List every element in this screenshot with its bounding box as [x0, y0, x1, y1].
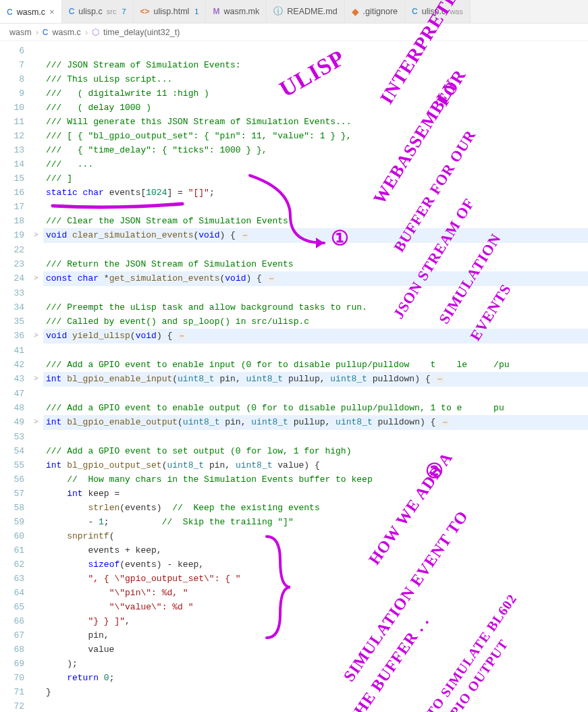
- code-line[interactable]: /// Called by event() and sp_loop() in s…: [43, 314, 588, 329]
- code-line[interactable]: snprintf(: [43, 529, 588, 543]
- code-line[interactable]: "} } ]",: [43, 614, 588, 628]
- code-line[interactable]: pin,: [43, 628, 588, 642]
- code-line[interactable]: [43, 286, 588, 300]
- fold-toggle: [34, 685, 43, 699]
- code-line[interactable]: [43, 387, 588, 401]
- breadcrumb-folder[interactable]: wasm: [9, 28, 32, 37]
- fold-toggle: [34, 86, 43, 101]
- line-number: 10: [0, 101, 34, 115]
- line-number: 18: [0, 214, 34, 228]
- fold-toggle: [34, 543, 43, 557]
- tab-badge: 7: [122, 7, 126, 16]
- fold-toggle: [34, 358, 43, 372]
- fold-toggle[interactable]: >: [34, 228, 43, 243]
- code-line[interactable]: void yield_ulisp(void) { ⋯: [43, 329, 588, 344]
- chevron-right-icon: ›: [85, 28, 88, 37]
- code-line[interactable]: /// Will generate this JSON Stream of Si…: [43, 115, 588, 129]
- code-line[interactable]: /// { "time_delay": { "ticks": 1000 } },: [43, 143, 588, 157]
- code-line[interactable]: /// This uLisp script...: [43, 72, 588, 86]
- fold-toggle[interactable]: >: [34, 271, 43, 286]
- fold-toggle[interactable]: >: [34, 372, 43, 387]
- fold-toggle: [34, 444, 43, 458]
- line-number: 66: [0, 614, 34, 628]
- breadcrumb-file[interactable]: wasm.c: [53, 28, 81, 37]
- tab-badge: 1: [194, 7, 198, 16]
- code-line[interactable]: /// ( delay 1000 ): [43, 101, 588, 115]
- code-line[interactable]: [43, 200, 588, 214]
- code-line[interactable]: /// Clear the JSON Stream of Simulation …: [43, 214, 588, 228]
- code-line[interactable]: [43, 344, 588, 358]
- tab-label: wasm.c: [17, 7, 45, 17]
- code-editor[interactable]: 67/// JSON Stream of Simulation Events:8…: [0, 41, 588, 712]
- code-line[interactable]: return 0;: [43, 671, 588, 685]
- fold-toggle: [34, 129, 43, 143]
- code-line[interactable]: [43, 699, 588, 712]
- fold-toggle: [34, 472, 43, 487]
- fold-toggle: [34, 487, 43, 501]
- tab-ulisp-html[interactable]: <> ulisp.html 1: [134, 0, 207, 23]
- c-file-icon: C: [412, 7, 418, 16]
- code-line[interactable]: );: [43, 657, 588, 671]
- code-line[interactable]: sizeof(events) - keep,: [43, 557, 588, 572]
- code-line[interactable]: /// Add a GPIO event to set output (0 fo…: [43, 444, 588, 458]
- code-line[interactable]: - 1; // Skip the trailing "]": [43, 515, 588, 529]
- code-line[interactable]: /// ]: [43, 171, 588, 186]
- code-line[interactable]: /// Preempt the uLisp task and allow bac…: [43, 300, 588, 314]
- breadcrumb: wasm › C wasm.c › ⬡ time_delay(uint32_t): [0, 24, 588, 41]
- fold-toggle[interactable]: >: [34, 415, 43, 430]
- breadcrumb-symbol[interactable]: time_delay(uint32_t): [103, 28, 180, 37]
- code-line[interactable]: [43, 44, 588, 58]
- code-line[interactable]: "\"value\": %d ": [43, 600, 588, 614]
- code-line[interactable]: // How many chars in the Simulation Even…: [43, 472, 588, 487]
- code-line[interactable]: [43, 430, 588, 444]
- tab-readme-md[interactable]: ⓘ README.md: [267, 0, 344, 23]
- code-line[interactable]: int bl_gpio_enable_output(uint8_t pin, u…: [43, 415, 588, 430]
- line-number: 22: [0, 243, 34, 257]
- code-line[interactable]: static char events[1024] = "[]";: [43, 186, 588, 200]
- code-line[interactable]: int bl_gpio_output_set(uint8_t pin, uint…: [43, 458, 588, 472]
- fold-toggle: [34, 387, 43, 401]
- line-number: 36: [0, 329, 34, 344]
- line-number: 49: [0, 415, 34, 430]
- fold-toggle: [34, 529, 43, 543]
- code-line[interactable]: ", { \"gpio_output_set\": { ": [43, 572, 588, 586]
- tab-sublabel: was: [450, 7, 463, 16]
- fold-toggle: [34, 101, 43, 115]
- code-line[interactable]: /// ...: [43, 157, 588, 171]
- fold-toggle: [34, 572, 43, 586]
- line-number: 43: [0, 372, 34, 387]
- line-number: 23: [0, 257, 34, 271]
- fold-toggle: [34, 642, 43, 657]
- code-line[interactable]: /// Add a GPIO event to enable output (0…: [43, 401, 588, 415]
- code-line[interactable]: }: [43, 685, 588, 699]
- tab-ulisp-c-src[interactable]: C ulisp.c src 7: [62, 0, 134, 23]
- fold-toggle[interactable]: >: [34, 329, 43, 344]
- code-line[interactable]: [43, 243, 588, 257]
- code-line[interactable]: "\"pin\": %d, ": [43, 586, 588, 600]
- code-line[interactable]: strlen(events) // Keep the existing even…: [43, 501, 588, 515]
- code-line[interactable]: int bl_gpio_enable_input(uint8_t pin, ui…: [43, 372, 588, 387]
- tab-wasm-mk[interactable]: M wasm.mk: [206, 0, 267, 23]
- fold-toggle: [34, 515, 43, 529]
- line-number: 62: [0, 557, 34, 572]
- code-line[interactable]: /// JSON Stream of Simulation Events:: [43, 58, 588, 72]
- code-line[interactable]: /// [ { "bl_gpio_output_set": { "pin": 1…: [43, 129, 588, 143]
- line-number: 6: [0, 44, 34, 58]
- code-line[interactable]: int keep =: [43, 487, 588, 501]
- code-line[interactable]: /// Return the JSON Stream of Simulation…: [43, 257, 588, 271]
- tab-gitignore[interactable]: ◆ .gitignore: [345, 0, 405, 23]
- line-number: 8: [0, 72, 34, 86]
- line-number: 54: [0, 444, 34, 458]
- fold-toggle: [34, 171, 43, 186]
- line-number: 69: [0, 657, 34, 671]
- code-line[interactable]: value: [43, 642, 588, 657]
- close-icon[interactable]: ×: [49, 7, 55, 17]
- tab-wasm-c[interactable]: C wasm.c ×: [0, 0, 62, 23]
- line-number: 33: [0, 286, 34, 300]
- code-line[interactable]: events + keep,: [43, 543, 588, 557]
- code-line[interactable]: /// Add a GPIO event to enable input (0 …: [43, 358, 588, 372]
- code-line[interactable]: const char *get_simulation_events(void) …: [43, 271, 588, 286]
- code-line[interactable]: void clear_simulation_events(void) { ⋯: [43, 228, 588, 243]
- tab-ulisp-c-was[interactable]: C ulisp.c was: [405, 0, 471, 23]
- code-line[interactable]: /// ( digitalwrite 11 :high ): [43, 86, 588, 101]
